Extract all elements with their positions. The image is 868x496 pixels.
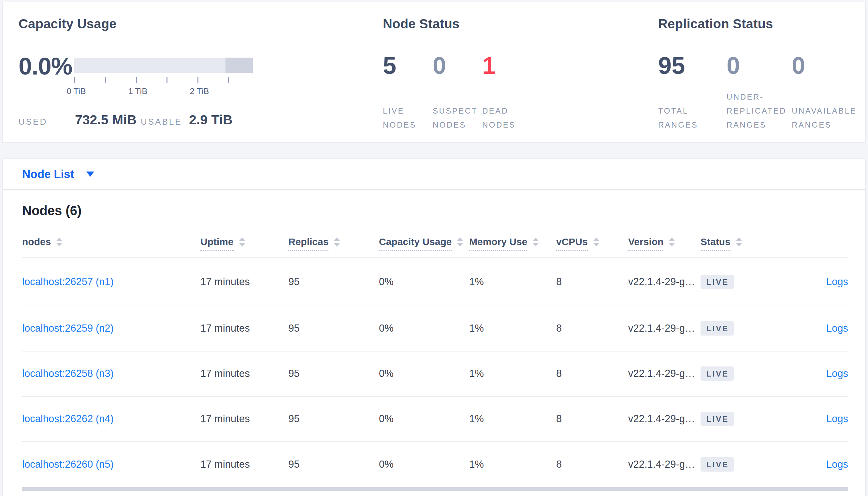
dead-nodes-stat: 1 DEAD NODES xyxy=(482,54,531,132)
under-replicated-ranges-label: UNDER-REPLICATED RANGES xyxy=(727,90,793,132)
total-ranges-count: 95 xyxy=(658,54,685,78)
chevron-down-icon[interactable] xyxy=(86,171,94,177)
capacity-percent-value: 0.0% xyxy=(18,55,72,78)
total-ranges-label: TOTAL RANGES xyxy=(658,104,714,132)
table-row: localhost:26258 (n3) 17 minutes 95 0% 1%… xyxy=(22,352,848,397)
status-badge: LIVE xyxy=(701,367,734,381)
axis-tick xyxy=(136,77,137,83)
version-cell: v22.1.4-29-g… xyxy=(628,276,701,288)
capacity-usage-title: Capacity Usage xyxy=(18,17,117,31)
usable-value: 2.9 TiB xyxy=(189,112,233,128)
capacity-usage-cell: 0% xyxy=(379,276,469,288)
table-row: localhost:26259 (n2) 17 minutes 95 0% 1%… xyxy=(22,306,848,352)
node-address-link[interactable]: localhost:26260 (n5) xyxy=(22,459,114,470)
node-address-link[interactable]: localhost:26258 (n3) xyxy=(22,368,114,379)
memory-use-cell: 1% xyxy=(469,368,556,379)
replicas-cell: 95 xyxy=(288,459,379,470)
table-row: localhost:26262 (n4) 17 minutes 95 0% 1%… xyxy=(22,397,848,442)
uptime-cell: 17 minutes xyxy=(200,276,288,288)
vcpus-cell: 8 xyxy=(556,368,628,379)
column-header-label[interactable]: Status xyxy=(701,236,731,251)
column-header-memory-use[interactable]: Memory Use xyxy=(469,236,556,251)
column-header-label[interactable]: Capacity Usage xyxy=(379,236,452,251)
uptime-cell: 17 minutes xyxy=(200,459,288,470)
sort-icon[interactable] xyxy=(669,237,675,246)
version-cell: v22.1.4-29-g… xyxy=(628,368,701,379)
axis-tick xyxy=(197,77,198,83)
view-selector-bar: Node List xyxy=(2,158,866,190)
column-header-label[interactable]: vCPUs xyxy=(556,236,588,251)
axis-tick xyxy=(105,77,106,83)
column-header-status[interactable]: Status xyxy=(701,236,812,251)
under-replicated-ranges-count: 0 xyxy=(727,54,740,78)
vcpus-cell: 8 xyxy=(556,276,628,288)
dead-nodes-count: 1 xyxy=(482,54,496,78)
sort-icon[interactable] xyxy=(334,237,340,246)
status-badge: LIVE xyxy=(701,412,734,426)
live-nodes-label: LIVE NODES xyxy=(383,104,432,132)
nodes-section-title: Nodes (6) xyxy=(22,203,865,218)
live-nodes-count: 5 xyxy=(383,54,396,78)
nodes-table-body: localhost:26257 (n1) 17 minutes 95 0% 1%… xyxy=(22,258,848,487)
memory-use-cell: 1% xyxy=(469,459,556,470)
replicas-cell: 95 xyxy=(288,413,379,425)
logs-link[interactable]: Logs xyxy=(826,276,848,288)
status-badge: LIVE xyxy=(701,457,734,471)
column-header-label[interactable]: nodes xyxy=(22,236,51,248)
capacity-bar-reserved-segment xyxy=(225,58,253,73)
capacity-usage-cell: 0% xyxy=(379,368,469,379)
node-address-link[interactable]: localhost:26257 (n1) xyxy=(22,276,114,288)
column-header-label[interactable]: Version xyxy=(628,236,663,251)
live-nodes-stat: 5 LIVE NODES xyxy=(383,54,432,132)
node-address-link[interactable]: localhost:26259 (n2) xyxy=(22,323,114,334)
unavailable-ranges-stat: 0 UNAVAILABLE RANGES xyxy=(792,54,868,132)
sort-icon[interactable] xyxy=(56,237,62,246)
axis-tick xyxy=(74,77,75,83)
column-header-vcpus[interactable]: vCPUs xyxy=(556,236,628,251)
sort-icon[interactable] xyxy=(736,237,742,246)
status-badge: LIVE xyxy=(701,275,734,289)
axis-tick-label-2: 2 TiB xyxy=(190,86,209,96)
uptime-cell: 17 minutes xyxy=(200,323,288,334)
view-selector-label[interactable]: Node List xyxy=(22,168,74,181)
logs-link[interactable]: Logs xyxy=(826,368,848,379)
sort-icon[interactable] xyxy=(593,237,599,246)
version-cell: v22.1.4-29-g… xyxy=(628,413,701,425)
sort-icon[interactable] xyxy=(533,237,539,246)
view-selector-dropdown[interactable]: Node List xyxy=(3,159,865,189)
logs-link[interactable]: Logs xyxy=(826,459,848,470)
total-ranges-stat: 95 TOTAL RANGES xyxy=(658,54,714,132)
suspect-nodes-stat: 0 SUSPECT NODES xyxy=(433,54,483,132)
capacity-usage-bar xyxy=(74,58,253,73)
column-header-capacity-usage[interactable]: Capacity Usage xyxy=(379,236,469,251)
used-value: 732.5 MiB xyxy=(75,112,136,128)
logs-link[interactable]: Logs xyxy=(826,323,848,334)
axis-tick xyxy=(166,77,167,83)
version-cell: v22.1.4-29-g… xyxy=(628,323,701,334)
under-replicated-ranges-stat: 0 UNDER-REPLICATED RANGES xyxy=(727,54,793,132)
axis-tick xyxy=(228,77,229,83)
replication-status-title: Replication Status xyxy=(658,17,773,31)
vcpus-cell: 8 xyxy=(556,413,628,425)
column-header-nodes[interactable]: nodes xyxy=(22,236,200,248)
logs-link[interactable]: Logs xyxy=(826,413,848,424)
column-header-label[interactable]: Memory Use xyxy=(469,236,527,251)
column-header-label[interactable]: Replicas xyxy=(288,236,328,251)
column-header-uptime[interactable]: Uptime xyxy=(200,236,288,251)
column-header-replicas[interactable]: Replicas xyxy=(288,236,379,251)
version-cell: v22.1.4-29-g… xyxy=(628,459,701,470)
column-header-label[interactable]: Uptime xyxy=(200,236,234,251)
column-header-version[interactable]: Version xyxy=(628,236,701,251)
memory-use-cell: 1% xyxy=(469,323,556,334)
replicas-cell: 95 xyxy=(288,276,379,288)
capacity-usage-cell: 0% xyxy=(379,323,469,334)
sort-icon[interactable] xyxy=(457,237,463,246)
usable-label: USABLE xyxy=(141,117,182,127)
table-row: localhost:26257 (n1) 17 minutes 95 0% 1%… xyxy=(22,258,848,306)
axis-tick-label-1: 1 TiB xyxy=(128,86,147,96)
node-address-link[interactable]: localhost:26262 (n4) xyxy=(22,413,114,424)
memory-use-cell: 1% xyxy=(469,276,556,288)
sort-icon[interactable] xyxy=(239,237,245,246)
used-label: USED xyxy=(18,117,47,127)
uptime-cell: 17 minutes xyxy=(200,368,288,379)
